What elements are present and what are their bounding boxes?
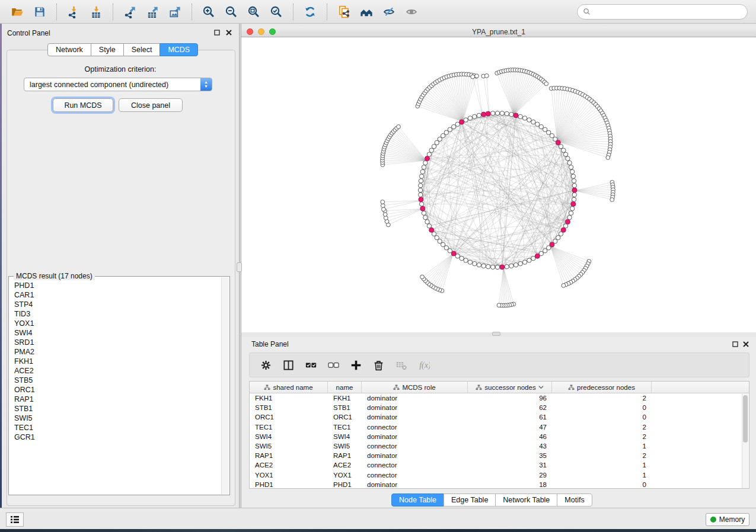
cell-MCDS-role[interactable]: connector — [362, 462, 468, 469]
cell-predecessor-nodes[interactable]: 0 — [552, 481, 652, 488]
cell-name[interactable]: STB1 — [328, 404, 362, 411]
cell-name[interactable]: ACE2 — [328, 462, 362, 469]
float-table-panel-icon[interactable] — [732, 341, 739, 348]
table-row[interactable]: ACE2ACE2connector311 — [250, 460, 749, 470]
cell-shared-name[interactable]: STB1 — [250, 404, 328, 411]
cell-MCDS-role[interactable]: dominator — [362, 395, 468, 402]
cell-shared-name[interactable]: YOX1 — [250, 472, 328, 479]
cell-predecessor-nodes[interactable]: 2 — [552, 433, 652, 440]
import-network-button[interactable] — [64, 2, 83, 21]
table-row[interactable]: PHD1PHD1dominator180 — [250, 480, 749, 489]
cell-successor-nodes[interactable]: 29 — [468, 472, 552, 479]
export-image-button[interactable] — [165, 2, 184, 21]
cell-successor-nodes[interactable]: 47 — [468, 424, 552, 431]
export-table-button[interactable] — [143, 2, 162, 21]
column-header-predecessor-nodes[interactable]: predecessor nodes — [552, 382, 652, 393]
first-neighbors-button[interactable] — [357, 2, 376, 21]
result-node-item[interactable]: ACE2 — [14, 366, 222, 376]
result-node-item[interactable]: SWI4 — [14, 328, 222, 338]
cell-successor-nodes[interactable]: 35 — [468, 452, 552, 459]
optimization-criterion-select[interactable]: largest connected component (undirected)… — [24, 78, 212, 91]
cell-shared-name[interactable]: ORC1 — [250, 414, 328, 421]
cell-successor-nodes[interactable]: 31 — [468, 462, 552, 469]
cell-predecessor-nodes[interactable]: 0 — [552, 404, 652, 411]
column-header-successor-nodes[interactable]: successor nodes — [468, 382, 552, 393]
tab-network[interactable]: Network — [47, 43, 91, 56]
hide-selected-button[interactable] — [379, 2, 398, 21]
cell-successor-nodes[interactable]: 61 — [468, 414, 552, 421]
table-scrollbar[interactable] — [742, 394, 748, 489]
run-mcds-button[interactable]: Run MCDS — [53, 98, 113, 112]
apply-layout-button[interactable] — [301, 2, 320, 21]
zoom-fit-button[interactable] — [244, 2, 263, 21]
add-row-button[interactable] — [347, 356, 365, 374]
cell-predecessor-nodes[interactable]: 1 — [552, 472, 652, 479]
equation-button[interactable]: f(x) — [414, 356, 432, 374]
cell-name[interactable]: FKH1 — [328, 395, 362, 402]
tab-node-table[interactable]: Node Table — [391, 493, 444, 507]
vertical-splitter-grip[interactable] — [237, 262, 242, 272]
cell-shared-name[interactable]: RAP1 — [250, 452, 328, 459]
result-node-item[interactable]: RAP1 — [14, 395, 222, 404]
result-node-item[interactable]: SRD1 — [14, 338, 222, 347]
cell-MCDS-role[interactable]: dominator — [362, 481, 468, 488]
tab-network-table[interactable]: Network Table — [495, 493, 557, 507]
float-panel-icon[interactable] — [213, 29, 221, 36]
memory-button[interactable]: Memory — [706, 513, 749, 526]
table-row[interactable]: SWI5SWI5connector431 — [250, 441, 749, 451]
node-table[interactable]: shared namenameMCDS rolesuccessor nodesp… — [249, 381, 749, 489]
cell-successor-nodes[interactable]: 46 — [468, 433, 552, 440]
cell-MCDS-role[interactable]: connector — [362, 472, 468, 479]
cell-name[interactable]: TEC1 — [328, 424, 362, 431]
cell-name[interactable]: ORC1 — [328, 414, 362, 421]
cell-predecessor-nodes[interactable]: 1 — [552, 443, 652, 450]
close-panel-icon[interactable] — [225, 29, 232, 36]
tab-edge-table[interactable]: Edge Table — [444, 493, 496, 507]
cell-predecessor-nodes[interactable]: 2 — [552, 452, 652, 459]
table-row[interactable]: RAP1RAP1dominator352 — [250, 451, 749, 460]
table-row[interactable]: SWI4SWI4dominator462 — [250, 432, 749, 441]
network-view-canvas[interactable] — [241, 37, 756, 332]
table-scrollbar-thumb[interactable] — [743, 395, 748, 443]
result-node-item[interactable]: GCR1 — [14, 432, 222, 442]
zoom-selected-button[interactable] — [267, 2, 286, 21]
result-node-item[interactable]: FKH1 — [14, 357, 222, 366]
horizontal-splitter-grip[interactable] — [492, 332, 500, 336]
cell-name[interactable]: SWI5 — [328, 443, 362, 450]
cell-MCDS-role[interactable]: dominator — [362, 414, 468, 421]
cell-shared-name[interactable]: TEC1 — [250, 424, 328, 431]
cell-predecessor-nodes[interactable]: 2 — [552, 424, 652, 431]
cell-successor-nodes[interactable]: 96 — [468, 395, 552, 402]
cell-MCDS-role[interactable]: dominator — [362, 404, 468, 411]
cell-shared-name[interactable]: FKH1 — [250, 395, 328, 402]
settings-button[interactable] — [257, 356, 275, 374]
table-row[interactable]: YOX1YOX1connector291 — [250, 470, 749, 480]
zoom-out-button[interactable] — [222, 2, 241, 21]
mcds-result-list[interactable]: PHD1CAR1STP4TID3YOX1SWI4SRD1PMA2FKH1ACE2… — [9, 278, 222, 493]
result-node-item[interactable]: CAR1 — [14, 290, 222, 300]
save-session-button[interactable] — [30, 2, 49, 21]
table-row[interactable]: ORC1ORC1dominator610 — [250, 412, 749, 422]
task-history-button[interactable] — [6, 512, 24, 527]
cell-predecessor-nodes[interactable]: 2 — [552, 395, 652, 402]
tab-mcds[interactable]: MCDS — [160, 43, 198, 56]
result-node-item[interactable]: PHD1 — [14, 281, 222, 290]
tab-style[interactable]: Style — [91, 43, 124, 56]
delete-table-button[interactable] — [392, 356, 410, 374]
result-list-scrollbar[interactable] — [221, 277, 229, 494]
cell-name[interactable]: PHD1 — [328, 481, 362, 488]
cell-shared-name[interactable]: PHD1 — [250, 481, 328, 488]
table-row[interactable]: TEC1TEC1connector472 — [250, 422, 749, 432]
result-node-item[interactable]: ORC1 — [14, 385, 222, 395]
result-node-item[interactable]: TID3 — [14, 309, 222, 319]
cell-MCDS-role[interactable]: connector — [362, 443, 468, 450]
result-node-item[interactable]: SWI5 — [14, 414, 222, 423]
delete-row-button[interactable] — [369, 356, 387, 374]
result-node-item[interactable]: YOX1 — [14, 319, 222, 328]
share-network-button[interactable] — [334, 2, 353, 21]
export-network-button[interactable] — [120, 2, 139, 21]
cell-name[interactable]: RAP1 — [328, 452, 362, 459]
cell-successor-nodes[interactable]: 62 — [468, 404, 552, 411]
deselect-all-button[interactable] — [324, 356, 342, 374]
table-row[interactable]: FKH1FKH1dominator962 — [250, 393, 749, 403]
